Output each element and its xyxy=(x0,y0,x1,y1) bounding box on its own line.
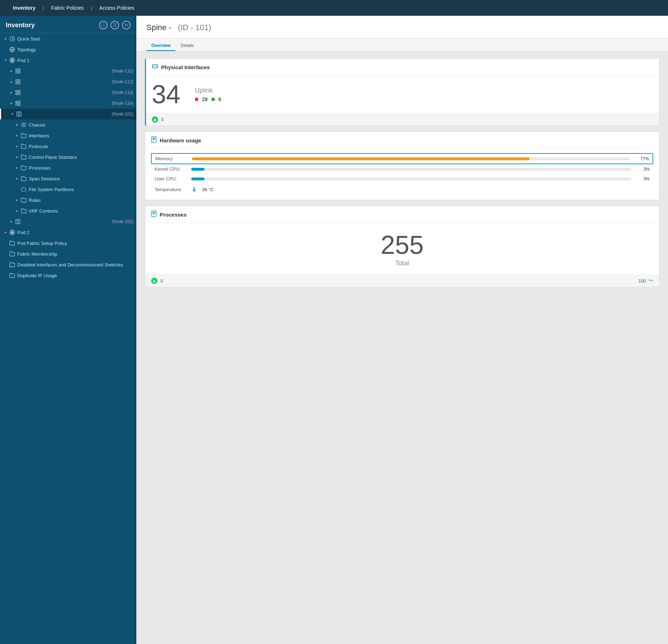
refresh-icon[interactable]: ↻ xyxy=(122,21,131,29)
hardware-usage-body: Memory: 77% Kernel CPU: 3% xyxy=(145,149,659,200)
tab-details[interactable]: Details xyxy=(175,41,199,51)
hardware-usage-header: Hardware usage xyxy=(145,132,659,149)
memory-row: Memory: 77% xyxy=(151,153,653,164)
processes-alert-count: 0 xyxy=(160,278,163,284)
label-chassis: Chassis xyxy=(29,122,133,128)
icon-rules xyxy=(20,196,27,204)
label-rules: Rules xyxy=(29,198,133,203)
info-icon[interactable]: ⓘ xyxy=(99,21,108,29)
icon-pod1 xyxy=(9,57,16,64)
physical-interfaces-body: 34 Uplink 28 6 xyxy=(146,76,659,113)
svg-rect-17 xyxy=(16,93,18,95)
svg-rect-47 xyxy=(152,211,156,217)
tree-item-control-plane-stats[interactable]: ►Control Plane Statistics xyxy=(0,152,136,162)
nav-access-policies[interactable]: Access Policies xyxy=(94,0,140,16)
sidebar-header-icons: ⓘ ☰ ↻ xyxy=(99,21,131,29)
tree-item-interfaces[interactable]: ►Interfaces xyxy=(0,130,136,141)
tree-item-vrf-contexts[interactable]: ►VRF Contexts xyxy=(0,205,136,216)
alert-count: 0 xyxy=(161,117,164,122)
temperature-row: Temperature: 🌡 36 °C xyxy=(151,184,653,195)
icon-topology xyxy=(9,46,16,53)
sidebar: Inventory ⓘ ☰ ↻ ►Quick Start Topology▼Po… xyxy=(0,16,136,644)
hardware-usage-icon xyxy=(151,136,157,144)
chevron-interfaces: ► xyxy=(14,133,20,138)
tree-item-span-sessions[interactable]: ►Span Sessions xyxy=(0,173,136,184)
tree-item-rules[interactable]: ►Rules xyxy=(0,195,136,205)
memory-label: Memory: xyxy=(155,156,188,161)
processes-alert-bar: ▲ 0 100 〜 xyxy=(145,274,659,287)
content-header: Spine - (ID - 101) xyxy=(136,16,668,38)
icon-node113 xyxy=(14,89,22,96)
tree-item-protocols[interactable]: ►Protocols xyxy=(0,141,136,152)
tree-item-node113[interactable]: ►(Node-113) xyxy=(0,87,136,98)
tree-item-node114[interactable]: ►(Node-114) xyxy=(0,98,136,109)
svg-point-41 xyxy=(153,66,154,67)
icon-node102 xyxy=(14,218,22,225)
label-topology: Topology xyxy=(17,47,133,52)
icon-disabled-interfaces xyxy=(9,261,16,268)
tree-item-processes[interactable]: ►Processes xyxy=(0,162,136,173)
svg-rect-19 xyxy=(16,101,18,103)
tree-item-node111[interactable]: ►(Node-111) xyxy=(0,66,136,76)
content-panel: Spine - (ID - 101) OverviewDetails Physi… xyxy=(136,16,668,644)
tree-item-topology[interactable]: Topology xyxy=(0,44,136,55)
sidebar-tree: ►Quick Start Topology▼Pod 1►(Node-111)►(… xyxy=(0,33,136,281)
physical-interfaces-header: Physical Interfaces xyxy=(146,59,659,76)
kernel-cpu-row: Kernel CPU: 3% xyxy=(151,164,653,174)
sidebar-header: Inventory ⓘ ☰ ↻ xyxy=(0,16,136,33)
temperature-label: Temperature: xyxy=(155,187,187,192)
processes-header: Processes xyxy=(145,206,659,223)
memory-bar-container xyxy=(192,157,630,160)
tree-item-duplicate-ip[interactable]: Duplicate IP Usage xyxy=(0,270,136,281)
label-duplicate-ip: Duplicate IP Usage xyxy=(17,273,133,278)
tree-item-node112[interactable]: ►(Node-112) xyxy=(0,76,136,87)
chevron-file-system xyxy=(14,186,20,192)
chevron-node111: ► xyxy=(9,68,14,74)
tree-item-node102[interactable]: ►(Node-102) xyxy=(0,216,136,227)
nav-fabric-policies[interactable]: Fabric Policies xyxy=(45,0,89,16)
chevron-node102: ► xyxy=(9,219,14,224)
nav-sep-1: | xyxy=(43,5,44,11)
icon-span-sessions xyxy=(20,175,27,182)
svg-rect-7 xyxy=(16,69,18,71)
svg-rect-22 xyxy=(18,104,20,105)
tree-item-node101[interactable]: ▼(Node-101) xyxy=(0,109,136,119)
chevron-node112: ► xyxy=(9,79,14,85)
chevron-control-plane-stats: ► xyxy=(14,154,20,160)
tree-item-quick-start[interactable]: ►Quick Start xyxy=(0,33,136,44)
label-pod-fabric-setup: Pod Fabric Setup Policy xyxy=(17,241,133,246)
content-tabs: OverviewDetails xyxy=(136,38,668,51)
tree-item-chassis[interactable]: ►Chassis xyxy=(0,119,136,130)
svg-rect-16 xyxy=(18,90,20,92)
tree-item-disabled-interfaces[interactable]: Disabled Interfaces and Decommissioned S… xyxy=(0,259,136,270)
label-pod1: Pod 1 xyxy=(17,58,133,63)
chevron-protocols: ► xyxy=(14,143,20,149)
label-interfaces: Interfaces xyxy=(29,133,133,138)
tree-item-file-system[interactable]: File System Partitions xyxy=(0,184,136,195)
nav-inventory[interactable]: Inventory xyxy=(7,0,41,16)
tab-overview[interactable]: Overview xyxy=(146,41,175,51)
chevron-topology xyxy=(3,47,9,52)
temperature-value: 36 °C xyxy=(202,187,214,192)
chevron-node114: ► xyxy=(9,100,14,106)
tree-item-fabric-membership[interactable]: Fabric Membership xyxy=(0,248,136,259)
tree-item-pod-fabric-setup[interactable]: Pod Fabric Setup Policy xyxy=(0,238,136,248)
processes-total-label: Total xyxy=(145,260,659,274)
svg-rect-18 xyxy=(18,93,20,95)
id-label-node101: (Node-101) xyxy=(112,112,133,117)
kernel-cpu-label: Kernel CPU: xyxy=(155,166,187,172)
processes-icon xyxy=(151,210,157,218)
memory-bar xyxy=(192,157,530,160)
chevron-node101: ▼ xyxy=(10,111,15,117)
chevron-span-sessions: ► xyxy=(14,176,20,181)
sidebar-resize-handle[interactable] xyxy=(134,16,136,644)
tree-item-pod2[interactable]: ►Pod 2 xyxy=(0,227,136,238)
tree-item-pod1[interactable]: ▼Pod 1 xyxy=(0,55,136,66)
list-icon[interactable]: ☰ xyxy=(110,21,119,29)
icon-file-system xyxy=(20,186,27,193)
id-label-node113: (Node-113) xyxy=(112,90,133,95)
svg-point-37 xyxy=(11,232,13,233)
red-count: 28 xyxy=(202,96,208,102)
svg-rect-43 xyxy=(152,137,156,142)
chevron-quick-start: ► xyxy=(3,36,9,42)
